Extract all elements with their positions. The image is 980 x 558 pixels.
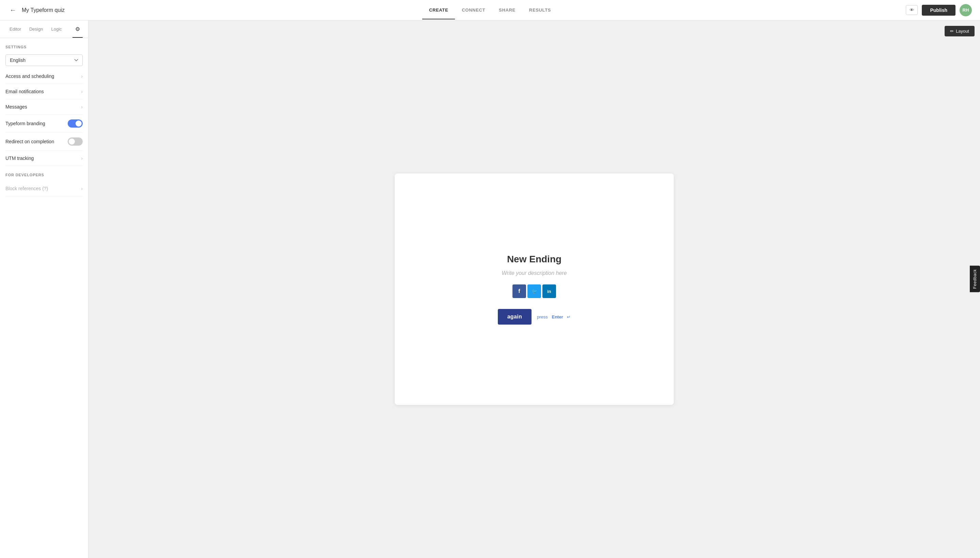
feedback-tab[interactable]: Feedback [970, 266, 980, 292]
sidebar-tab-editor[interactable]: Editor [5, 21, 25, 37]
chevron-right-icon: › [81, 186, 83, 191]
sidebar: Editor Design Logic ⚙ SETTINGS English A… [0, 20, 89, 558]
content-area: ✏ Layout New Ending Write your descripti… [89, 20, 980, 558]
messages-label: Messages [5, 104, 27, 110]
settings-item-email[interactable]: Email notifications › [5, 84, 83, 99]
block-ref-label: Block references (?) [5, 186, 48, 191]
press-label: press [537, 314, 548, 320]
again-row: again press Enter ↵ [498, 309, 571, 325]
settings-item-access[interactable]: Access and scheduling › [5, 69, 83, 84]
ending-title: New Ending [507, 254, 561, 265]
ending-description: Write your description here [502, 270, 566, 276]
access-label: Access and scheduling [5, 74, 54, 79]
preview-button[interactable]: 👁 [906, 5, 918, 15]
publish-button[interactable]: Publish [922, 5, 955, 16]
settings-item-redirect: Redirect on completion [5, 133, 83, 151]
back-button[interactable]: ← [8, 5, 18, 15]
utm-label: UTM tracking [5, 156, 34, 161]
chevron-right-icon: › [81, 156, 83, 161]
settings-item-messages[interactable]: Messages › [5, 99, 83, 115]
pencil-icon: ✏ [950, 29, 954, 34]
gear-icon: ⚙ [75, 26, 80, 32]
email-label: Email notifications [5, 89, 44, 94]
branding-toggle[interactable] [68, 120, 83, 128]
eye-icon: 👁 [909, 8, 914, 13]
feedback-container: Feedback [970, 266, 980, 292]
facebook-icon: f [518, 288, 520, 294]
main-layout: Editor Design Logic ⚙ SETTINGS English A… [0, 20, 980, 558]
branding-label: Typeform branding [5, 121, 45, 126]
tab-create[interactable]: CREATE [422, 1, 455, 20]
chevron-right-icon: › [81, 104, 83, 110]
developers-heading: FOR DEVELOPERS [5, 166, 83, 181]
toggle-slider [68, 138, 83, 146]
layout-label: Layout [956, 29, 969, 34]
dev-item-block-ref[interactable]: Block references (?) › [5, 181, 83, 196]
redirect-toggle[interactable] [68, 138, 83, 146]
social-buttons: f 🐦 in [512, 284, 556, 298]
tab-results[interactable]: RESULTS [522, 1, 558, 20]
nav-center: CREATE CONNECT SHARE RESULTS [422, 1, 558, 20]
sidebar-tab-logic[interactable]: Logic [47, 21, 66, 37]
sidebar-tab-settings[interactable]: ⚙ [72, 20, 83, 38]
again-button[interactable]: again [498, 309, 532, 325]
settings-heading: SETTINGS [5, 45, 83, 49]
nav-right: 👁 Publish RH [906, 4, 972, 16]
enter-label: Enter [552, 314, 563, 320]
enter-icon: ↵ [567, 314, 571, 320]
sidebar-tab-design[interactable]: Design [25, 21, 47, 37]
toggle-slider [68, 120, 83, 128]
twitter-share-button[interactable]: 🐦 [527, 284, 541, 298]
sidebar-content: SETTINGS English Access and scheduling ›… [0, 38, 88, 203]
tab-connect[interactable]: CONNECT [455, 1, 492, 20]
chevron-right-icon: › [81, 89, 83, 94]
linkedin-icon: in [547, 289, 551, 294]
top-nav: ← My Typeform quiz CREATE CONNECT SHARE … [0, 0, 980, 20]
layout-button[interactable]: ✏ Layout [945, 26, 975, 36]
twitter-icon: 🐦 [532, 289, 537, 294]
tab-share[interactable]: SHARE [492, 1, 522, 20]
linkedin-share-button[interactable]: in [542, 284, 556, 298]
redirect-label: Redirect on completion [5, 139, 54, 144]
nav-left: ← My Typeform quiz [8, 5, 65, 15]
press-enter-hint: press Enter ↵ [537, 314, 571, 320]
sidebar-tabs: Editor Design Logic ⚙ [0, 20, 88, 38]
form-title: My Typeform quiz [22, 7, 65, 13]
facebook-share-button[interactable]: f [512, 284, 526, 298]
settings-item-utm[interactable]: UTM tracking › [5, 151, 83, 166]
chevron-right-icon: › [81, 74, 83, 79]
settings-item-branding: Typeform branding [5, 115, 83, 133]
ending-card: New Ending Write your description here f… [395, 174, 674, 405]
language-select[interactable]: English [5, 54, 83, 66]
avatar: RH [960, 4, 972, 16]
